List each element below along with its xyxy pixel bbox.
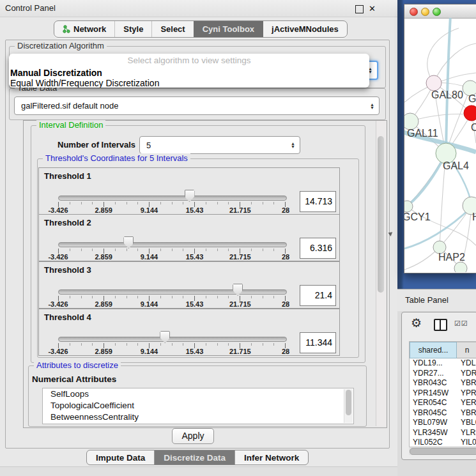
cell-name[interactable]: YBR0 <box>457 408 476 418</box>
scale-label: 28 <box>282 300 289 308</box>
table-panel-title: Table Panel <box>405 295 449 305</box>
network-edge-highlighted[interactable] <box>446 18 450 153</box>
cell-shared-name[interactable]: YBR045C <box>410 408 457 418</box>
tab-cyni-toolbox[interactable]: Cyni Toolbox <box>194 21 263 37</box>
network-node-label: GA <box>468 93 476 104</box>
table-row[interactable]: YER054CYER0 <box>410 398 476 408</box>
table-row[interactable]: YLR345WYLR3 <box>410 428 476 438</box>
combo-stepper-icon[interactable]: ▲▼ <box>365 103 379 109</box>
column-header-name[interactable]: n <box>457 342 476 358</box>
table-horizontal-scrollbar[interactable] <box>409 447 476 455</box>
slider-track[interactable] <box>58 196 287 201</box>
tab-impute-data[interactable]: Impute Data <box>87 450 154 464</box>
table-row[interactable]: YDL19...YDL1 <box>410 358 476 369</box>
combo-stepper-icon[interactable]: ▲▼ <box>286 142 300 148</box>
slider-track[interactable] <box>58 289 287 295</box>
scale-label: 28 <box>282 253 289 261</box>
threshold-value-box[interactable]: 11.344 <box>300 332 336 353</box>
network-node[interactable] <box>426 75 441 91</box>
network-node-label: GAL4 <box>443 160 469 171</box>
checkboxes-icon[interactable]: ☑☑ <box>454 319 468 328</box>
apply-button[interactable]: Apply <box>172 428 214 444</box>
network-window-titlebar[interactable] <box>404 4 476 19</box>
network-edge[interactable] <box>427 28 459 83</box>
cell-name[interactable]: YBR0 <box>457 378 476 388</box>
threshold-value-box[interactable]: 6.316 <box>300 238 336 259</box>
cell-name[interactable]: YDR2 <box>457 369 476 379</box>
close-traffic-light-icon[interactable] <box>410 8 418 16</box>
numerical-attributes-title: Numerical Attributes <box>32 374 116 384</box>
cell-shared-name[interactable]: YIL052C <box>410 438 457 447</box>
network-node[interactable] <box>464 105 476 121</box>
scale-label: -3.426 <box>48 206 68 214</box>
tab-jactivemnodules[interactable]: jActiveMNodules <box>263 21 347 37</box>
tab-network[interactable]: Network <box>54 21 114 37</box>
cell-name[interactable]: YLR3 <box>457 428 476 438</box>
attribute-list-item[interactable]: TopologicalCoefficient <box>43 400 353 411</box>
scale-label: 15.43 <box>186 348 204 355</box>
tab-discretize-data[interactable]: Discretize Data <box>154 450 234 464</box>
settings-vertical-scrollbar[interactable] <box>376 121 386 426</box>
cell-name[interactable]: YPR1 <box>457 388 476 399</box>
scale-label: 21.715 <box>229 253 251 261</box>
algorithm-placeholder-option[interactable]: Select algorithm to view settings <box>9 54 369 68</box>
cell-shared-name[interactable]: YER054C <box>410 398 457 408</box>
cell-name[interactable]: YBL0 <box>457 418 476 428</box>
number-of-intervals-combobox[interactable]: 5 ▲▼ <box>139 136 300 154</box>
list-scrollbar[interactable] <box>344 389 353 423</box>
scale-label: 21.715 <box>229 206 251 214</box>
zoom-traffic-light-icon[interactable] <box>433 8 441 16</box>
gear-icon[interactable]: ⚙ <box>411 316 422 330</box>
cell-name[interactable]: YDL1 <box>457 358 476 369</box>
column-header-shared-name[interactable]: shared... <box>410 342 457 358</box>
network-node[interactable] <box>404 201 413 212</box>
close-icon[interactable]: ✕ <box>369 4 376 13</box>
table-row[interactable]: YPR145WYPR1 <box>410 388 476 399</box>
cell-shared-name[interactable]: YBR043C <box>410 378 457 388</box>
network-view-window[interactable]: GAL80GACGAL11GAL4GCY1HHAP2 <box>404 4 476 273</box>
cell-shared-name[interactable]: YDL19... <box>410 358 457 369</box>
cell-shared-name[interactable]: YDR27... <box>410 369 457 379</box>
attribute-list-item[interactable]: SelfLoops <box>43 388 353 400</box>
table-row[interactable]: YDR27...YDR2 <box>410 369 476 379</box>
cell-shared-name[interactable]: YPR145W <box>410 388 457 399</box>
bottom-strip <box>0 466 397 476</box>
cell-shared-name[interactable]: YBL079W <box>410 418 457 428</box>
threshold-panel: Threshold 3-3.4262.8599.14415.4321.71528… <box>38 261 340 309</box>
table-row[interactable]: YBR043CYBR0 <box>410 378 476 388</box>
control-panel: Control Panel ✕ NetworkStyleSelectCyni T… <box>0 0 397 476</box>
table-row[interactable]: YIL052CYIL0 <box>410 438 476 447</box>
cell-shared-name[interactable]: YLR345W <box>410 428 457 438</box>
attribute-list-item[interactable]: BetweennessCentrality <box>43 411 353 423</box>
interval-definition-legend: Interval Definition <box>36 120 105 130</box>
table-row[interactable]: YBR045CYBR0 <box>410 408 476 418</box>
scrollbar-thumb[interactable] <box>410 448 476 455</box>
algorithm-option[interactable]: Equal Width/Frequency Discretization <box>9 78 369 88</box>
scale-label: 2.859 <box>95 300 112 308</box>
slider-track[interactable] <box>58 242 287 247</box>
threshold-value-box[interactable]: 21.4 <box>300 285 336 306</box>
scrollbar-thumb[interactable] <box>378 136 384 293</box>
scale-label: 2.859 <box>95 253 112 261</box>
table-row[interactable]: YBL079WYBL0 <box>410 418 476 428</box>
tab-select[interactable]: Select <box>151 21 193 37</box>
slider-track[interactable] <box>58 337 287 342</box>
columns-icon[interactable] <box>434 319 447 331</box>
threshold-label: Threshold 2 <box>44 218 91 227</box>
network-graph[interactable]: GAL80GACGAL11GAL4GCY1HHAP2 <box>404 18 476 272</box>
tab-style[interactable]: Style <box>114 21 151 37</box>
float-window-icon[interactable] <box>355 5 364 13</box>
tab-infer-network[interactable]: Infer Network <box>234 450 308 464</box>
numerical-attributes-list[interactable]: SelfLoopsTopologicalCoefficientBetweenne… <box>42 388 354 424</box>
algorithm-option[interactable]: Manual Discretization <box>9 68 369 78</box>
cell-name[interactable]: YER0 <box>457 398 476 408</box>
cell-name[interactable]: YIL0 <box>457 438 476 447</box>
scale-label: 15.43 <box>186 253 204 261</box>
threshold-value-box[interactable]: 14.713 <box>300 191 336 212</box>
scrollbar-thumb[interactable] <box>346 390 351 415</box>
table-data-combobox[interactable]: galFiltered.sif default node ▲▼ <box>14 96 380 115</box>
scale-label: 21.715 <box>229 348 251 355</box>
network-node[interactable] <box>454 262 467 272</box>
scale-label: 9.144 <box>141 300 158 308</box>
minimize-traffic-light-icon[interactable] <box>421 8 429 16</box>
